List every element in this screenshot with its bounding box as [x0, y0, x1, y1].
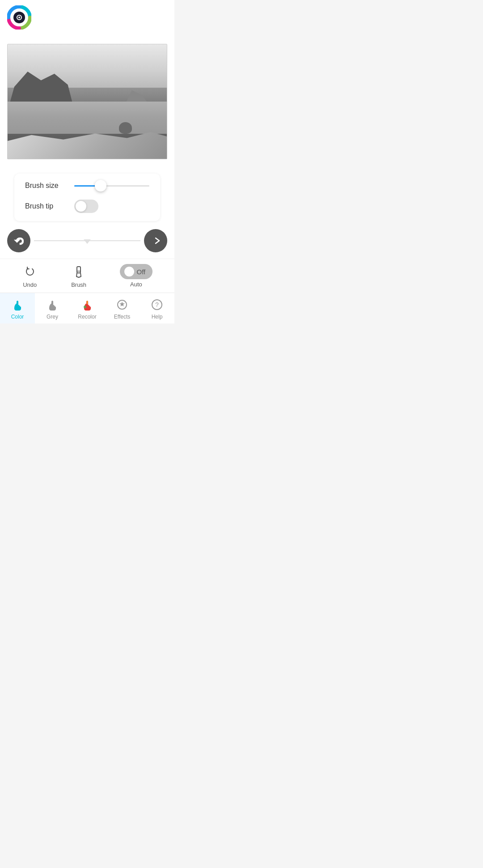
color-tab-label: Color: [11, 314, 24, 320]
effects-tab-icon: [115, 298, 129, 312]
nav-row: [0, 223, 174, 259]
tab-effects[interactable]: Effects: [105, 293, 140, 323]
undo-icon: [22, 264, 38, 280]
auto-state-label: Off: [137, 268, 146, 276]
recolor-tab-label: Recolor: [78, 314, 96, 320]
effects-tab-label: Effects: [114, 314, 130, 320]
toolbar: Undo Brush Off Auto: [0, 259, 174, 293]
photo-rock-mid: [119, 122, 131, 134]
forward-nav-button[interactable]: [144, 229, 167, 252]
nav-triangle: [84, 239, 91, 244]
recolor-tab-icon: [80, 298, 94, 312]
svg-text:?: ?: [155, 301, 159, 308]
header: [0, 0, 174, 35]
undo-label: Undo: [23, 281, 37, 288]
svg-rect-4: [77, 267, 80, 273]
brush-button[interactable]: Brush: [71, 264, 87, 288]
auto-toggle-button[interactable]: Off Auto: [120, 264, 153, 288]
image-container[interactable]: [0, 35, 174, 168]
brush-tip-row: Brush tip: [25, 200, 149, 213]
toggle-knob: [76, 201, 86, 212]
tab-recolor[interactable]: Recolor: [70, 293, 105, 323]
help-tab-label: Help: [152, 314, 163, 320]
grey-tab-label: Grey: [47, 314, 58, 320]
undo-button[interactable]: Undo: [22, 264, 38, 288]
svg-point-7: [84, 306, 86, 308]
tab-color[interactable]: Color: [0, 293, 35, 323]
brush-tip-label: Brush tip: [25, 202, 74, 210]
color-tab-icon: [10, 298, 25, 312]
nav-progress-line: [34, 240, 140, 241]
tab-grey[interactable]: Grey: [35, 293, 70, 323]
brush-size-slider[interactable]: [74, 185, 149, 187]
svg-point-3: [18, 17, 20, 18]
photo-display[interactable]: [7, 44, 167, 159]
tab-bar: Color Grey Recolor Effects: [0, 293, 174, 323]
app-logo[interactable]: [7, 5, 31, 30]
brush-tip-toggle[interactable]: [74, 200, 98, 213]
auto-toggle[interactable]: Off: [120, 264, 153, 279]
brush-icon: [71, 264, 87, 280]
brush-size-row: Brush size: [25, 182, 149, 190]
auto-toggle-knob: [124, 267, 134, 277]
slider-thumb[interactable]: [95, 180, 106, 191]
brush-label: Brush: [71, 281, 86, 288]
controls-panel: Brush size Brush tip: [14, 174, 160, 221]
auto-label: Auto: [130, 281, 142, 288]
brush-size-label: Brush size: [25, 182, 74, 190]
grey-tab-icon: [45, 298, 59, 312]
tab-help[interactable]: ? Help: [140, 293, 174, 323]
help-tab-icon: ?: [150, 298, 164, 312]
photo-water: [8, 102, 167, 134]
undo-nav-button[interactable]: [7, 229, 30, 252]
